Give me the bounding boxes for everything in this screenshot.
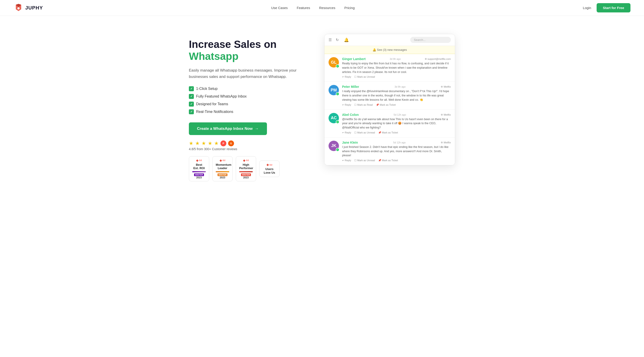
logo[interactable]: JUPHY	[14, 3, 43, 13]
source-dot-2	[441, 86, 443, 88]
hero-subtitle: Easily manage all Whatsapp business mess…	[189, 67, 306, 80]
start-free-button[interactable]: Start for Free	[596, 3, 630, 13]
badge-users-love: ◆ G2 UsersLove Us	[259, 161, 280, 177]
chat-source-4: Metflix	[441, 141, 451, 144]
badge-hp-year: 2023	[243, 176, 249, 179]
chat-search[interactable]: Search...	[410, 37, 451, 43]
chat-time-4: 5d 12h ago	[393, 141, 406, 144]
chat-time-3: 5d 12h ago	[394, 113, 406, 116]
star-3: ★	[202, 140, 206, 146]
chat-source-2: Metflix	[441, 85, 451, 88]
chat-item-1: GL ✓ Ginger Lambert 3d 8h ago support@me…	[324, 54, 455, 82]
login-link[interactable]: Login	[583, 6, 591, 10]
whatsapp-badge-1: ✓	[336, 64, 339, 68]
reply-btn-1[interactable]: ↩ Reply	[342, 75, 351, 78]
reply-btn-2[interactable]: ↩ Reply	[342, 103, 351, 106]
mark-unread-btn-3[interactable]: ☐ Mark as Unread	[354, 131, 375, 134]
badge-mom-main: MomentumLeader	[216, 163, 229, 170]
hero-section: Increase Sales on Whatsapp Easily manage…	[164, 16, 480, 195]
source-label-2: Metflix	[444, 85, 451, 88]
cta-label: Create a WhatsApp Inbox Now	[197, 126, 253, 131]
g2-badge: G	[228, 140, 234, 146]
chat-body-1: Ginger Lambert 3d 8h ago support@metflix…	[342, 57, 451, 78]
stars-row: ★ ★ ★ ★ ★ P G	[189, 140, 306, 146]
mark-read-btn-2[interactable]: ☐ Mark as Read	[354, 103, 373, 106]
refresh-icon: ↻	[336, 38, 341, 43]
arrow-icon: →	[255, 126, 259, 131]
chat-body-3: Abel Colon 5d 12h ago Metflix @metflix S…	[342, 113, 451, 134]
chat-source-1: support@metflix.com	[425, 58, 451, 60]
badge-roi-bar	[192, 171, 206, 172]
check-label-3: Designed for Teams	[196, 102, 228, 106]
cta-button[interactable]: Create a WhatsApp Inbox Now →	[189, 122, 267, 135]
badge-roi-main: BestEst. ROI	[192, 163, 206, 170]
nav-pricing[interactable]: Pricing	[344, 6, 355, 10]
chat-meta-2: Peter Miller 3d 8h ago Metflix	[342, 85, 451, 89]
check-item-2: Fully Featured WhatsApp Inbox	[189, 94, 306, 99]
nav-links: Use Cases Features Resources Pricing	[271, 6, 355, 10]
source-label-1: support@metflix.com	[428, 58, 451, 60]
chat-actions-1: ↩ Reply ☐ Mark as Unread	[342, 75, 451, 78]
badge-mom-year: 2023	[220, 176, 225, 179]
chat-ui: ☰ ↻ 🔔 Search... 🔔 See (3) new messages G…	[324, 34, 455, 166]
badge-momentum: ◆ G2 MomentumLeader WINTER 2023	[212, 156, 233, 181]
mark-ticket-btn-3[interactable]: 📌 Mark as Ticket	[378, 131, 398, 134]
badges-row: ◆ G2 BestEst. ROI WINTER 2023 ◆ G2 Momen…	[189, 156, 306, 181]
mark-unread-btn-1[interactable]: ☐ Mark as Unread	[354, 75, 375, 78]
chat-body-2: Peter Miller 3d 8h ago Metflix I really …	[342, 85, 451, 106]
badge-roi-year: 2023	[196, 176, 202, 179]
badge-ul-top: ◆ G2	[263, 163, 276, 166]
chat-time-1: 3d 8h ago	[390, 58, 401, 60]
badge-high-performer: ◆ G2 HighPerformer WINTER 2023	[236, 156, 256, 181]
mark-unread-btn-4[interactable]: ☐ Mark as Unread	[354, 159, 375, 162]
chat-header: ☰ ↻ 🔔 Search...	[324, 34, 455, 46]
check-label-4: Real-Time Notifications	[196, 110, 233, 114]
chat-time-2: 3d 8h ago	[394, 85, 406, 88]
source-dot-1	[425, 58, 427, 60]
review-text: 4.8/5 from 300+ Customer reviews	[189, 147, 306, 151]
check-label-2: Fully Featured WhatsApp Inbox	[196, 94, 247, 99]
hero-checklist: 1-Click Setup Fully Featured WhatsApp In…	[189, 86, 306, 114]
badge-hp-main: HighPerformer	[239, 163, 253, 170]
chat-name-1: Ginger Lambert	[342, 57, 366, 61]
check-item-4: Real-Time Notifications	[189, 109, 306, 114]
nav-features[interactable]: Features	[297, 6, 310, 10]
reply-btn-4[interactable]: ↩ Reply	[342, 159, 351, 162]
star-4: ★	[208, 140, 212, 146]
checkmark-2	[189, 94, 194, 99]
chat-text-1: Really trying to enjoy the film from but…	[342, 62, 451, 74]
reply-btn-3[interactable]: ↩ Reply	[342, 131, 351, 134]
svg-point-3	[17, 7, 20, 10]
chat-name-3: Abel Colon	[342, 113, 359, 117]
whatsapp-badge-2: ✓	[336, 92, 339, 96]
badge-mom-season: WINTER	[218, 173, 228, 176]
whatsapp-badge-3: ✓	[336, 120, 339, 124]
new-messages-banner[interactable]: 🔔 See (3) new messages	[324, 46, 455, 54]
nav-resources[interactable]: Resources	[319, 6, 335, 10]
chat-actions-4: ↩ Reply ☐ Mark as Unread 📌 Mark as Ticke…	[342, 159, 451, 162]
chat-name-2: Peter Miller	[342, 85, 359, 89]
avatar-3: AC ✓	[328, 113, 339, 123]
nav-right: Login Start for Free	[583, 3, 630, 13]
chat-source-3: Metflix	[441, 113, 451, 116]
nav-use-cases[interactable]: Use Cases	[271, 6, 288, 10]
star-1: ★	[189, 140, 194, 146]
source-label-4: Metflix	[444, 141, 451, 144]
producthunt-badge: P	[220, 140, 226, 146]
checkmark-1	[189, 86, 194, 91]
badge-roi-season: WINTER	[194, 173, 204, 176]
check-item-3: Designed for Teams	[189, 102, 306, 107]
mark-ticket-btn-2[interactable]: 📌 Mark as Ticket	[376, 103, 396, 106]
avatar-1: GL ✓	[328, 57, 339, 68]
chat-text-2: I really enjoyed the @KevinHart4real doc…	[342, 89, 451, 102]
source-dot-3	[441, 114, 443, 116]
star-5: ★	[214, 140, 219, 146]
badge-mom-top: ◆ G2	[216, 159, 229, 162]
chat-header-icons: ☰ ↻	[328, 38, 341, 43]
chat-text-3: @metflix So do y'all wanna talk about ho…	[342, 117, 451, 130]
mark-ticket-btn-4[interactable]: 📌 Mark as Ticket	[378, 159, 398, 162]
check-label-1: 1-Click Setup	[196, 87, 218, 91]
chat-item-3: AC ✓ Abel Colon 5d 12h ago Metflix @m	[324, 110, 455, 138]
badge-mom-bar	[216, 171, 229, 172]
check-item-1: 1-Click Setup	[189, 86, 306, 91]
